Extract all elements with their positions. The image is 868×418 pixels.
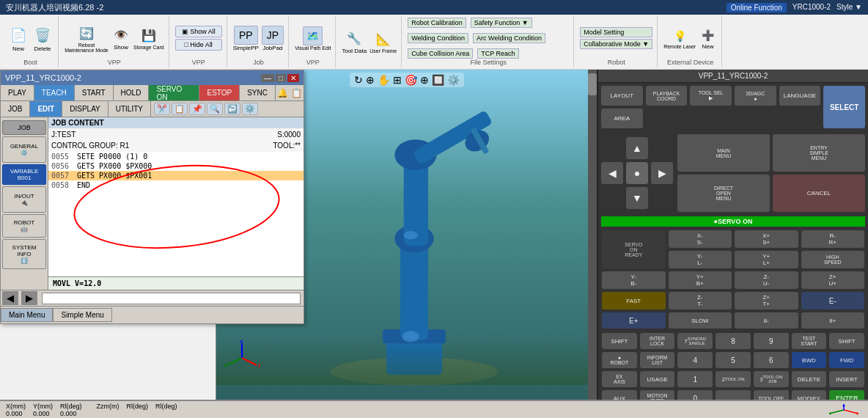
sidebar-robot-btn[interactable]: ROBOT🤖 — [2, 214, 46, 238]
inform-list-btn[interactable]: INFORMLIST — [639, 351, 676, 369]
interlock-btn[interactable]: INTERLOCK — [639, 332, 676, 350]
sidebar-general-btn[interactable]: GENERAL⚙️ — [2, 136, 46, 163]
vpp-close[interactable]: ✕ — [287, 74, 299, 82]
show-button[interactable]: 👁️ — [111, 26, 131, 44]
test-start-btn[interactable]: TESTSTART — [791, 332, 828, 350]
vp-icon-8[interactable]: ⚙️ — [447, 74, 460, 86]
reboot-button[interactable]: 🔄 — [76, 24, 97, 43]
fwd-btn[interactable]: FWD — [828, 351, 865, 369]
main-menu-tab[interactable]: Main Menu — [1, 308, 53, 322]
vpp-minimize[interactable]: — — [261, 74, 274, 82]
vpp-maximize[interactable]: □ — [276, 74, 286, 82]
nav-left[interactable]: ◀ — [2, 291, 18, 305]
delete-btn[interactable]: DELETE — [791, 370, 828, 388]
vp-icon-1[interactable]: ↻ — [354, 74, 363, 86]
z-t-plus-btn[interactable]: Z+T+ — [734, 291, 799, 310]
job-line-0057[interactable]: 0057 GETS PX000 $PX001 — [48, 171, 304, 180]
icon-btn-3[interactable]: 📌 — [189, 103, 205, 115]
tab-estop[interactable]: ESTOP — [199, 85, 240, 100]
tp-toolsel-btn[interactable]: TOOL SEL▶ — [689, 85, 732, 106]
tab-online-function[interactable]: Online Function — [727, 3, 787, 12]
dpad-center[interactable]: ● — [625, 161, 649, 185]
tp-layout-btn[interactable]: LAYOUT — [600, 85, 644, 106]
scrollbar-thumb[interactable] — [588, 73, 597, 95]
num4-btn[interactable]: 4 — [677, 351, 713, 369]
num8-btn[interactable]: 8 — [715, 332, 751, 350]
num3-btn[interactable]: 3TOOL ONJOB — [753, 370, 790, 388]
vp-icon-2[interactable]: ⊕ — [366, 74, 375, 86]
tp-language-btn[interactable]: LANGUAGE — [779, 85, 822, 106]
tab-sync[interactable]: SYNC — [240, 85, 276, 100]
z-plus-btn[interactable]: Z+U+ — [801, 271, 866, 290]
simple-menu-tab[interactable]: Simple Menu — [53, 308, 111, 322]
vp-icon-5[interactable]: 🎯 — [405, 74, 417, 86]
exaxis-btn[interactable]: EXAXIS — [601, 370, 638, 388]
icon-btn-5[interactable]: ↩️ — [224, 103, 240, 115]
num0-btn[interactable]: 0 — [677, 389, 713, 400]
sidebar-variable-btn[interactable]: VARIABLEB001 — [2, 164, 46, 185]
aux-btn[interactable]: AUX — [601, 389, 638, 400]
vp-icon-4[interactable]: ⊞ — [393, 74, 402, 86]
tab-job[interactable]: JOB — [1, 101, 30, 117]
sidebar-inout-btn[interactable]: IN/OUT🔌 — [2, 186, 46, 213]
tab-utility[interactable]: UTILITY — [108, 101, 151, 117]
y-b-plus-btn[interactable]: Y+B+ — [668, 271, 733, 290]
main-menu-btn[interactable]: MAINMENU — [677, 133, 770, 172]
entry-simple-menu-btn[interactable]: ENTRYSIMPLEMENU — [772, 133, 866, 172]
z-minus-btn[interactable]: Z-U- — [734, 271, 799, 290]
tp-playback-btn[interactable]: PLAYBACKCOORD — [645, 85, 688, 106]
dpad-left[interactable]: ◀ — [600, 161, 624, 185]
num6-btn[interactable]: 6 — [753, 351, 790, 369]
z-t-minus-btn[interactable]: Z-T- — [668, 291, 733, 310]
insert-btn[interactable]: INSERT — [828, 370, 865, 388]
highspeed-btn[interactable]: HIGHSPEED — [801, 250, 866, 269]
y-plus-btn[interactable]: Y+L+ — [734, 250, 799, 269]
motion-type-btn[interactable]: MOTIONTYPE — [639, 389, 676, 400]
dpad-down[interactable]: ▼ — [625, 186, 649, 210]
tab-teach[interactable]: TEACH — [34, 85, 75, 100]
icon-btn-2[interactable]: 📋 — [172, 103, 188, 115]
storage-button[interactable]: 💾 — [139, 26, 159, 45]
tab-start[interactable]: START — [75, 85, 114, 100]
delete-button[interactable]: 🗑️ — [32, 25, 54, 45]
job-line-0055[interactable]: 0055 SETE P0000 (1) 0 — [48, 152, 304, 161]
bwd-btn[interactable]: BWD — [791, 351, 828, 369]
new-external-button[interactable]: ➕ — [699, 27, 717, 43]
y-b-minus-btn[interactable]: Y-B- — [601, 271, 666, 290]
shift-right-btn[interactable]: SHIFT — [828, 332, 865, 350]
usage-btn[interactable]: USAGE — [639, 370, 676, 388]
tab-servo-on[interactable]: SERVO ON — [149, 85, 199, 100]
tab-edit[interactable]: EDIT — [30, 101, 62, 117]
dot-btn[interactable] — [715, 389, 751, 400]
vp-icon-7[interactable]: 🔲 — [432, 74, 444, 86]
fast-btn[interactable]: FAST — [601, 291, 666, 310]
icon-btn-6[interactable]: ⚙️ — [242, 103, 258, 115]
jobpad-button[interactable]: JP — [262, 26, 284, 45]
num5-btn[interactable]: 5 — [715, 351, 751, 369]
tab-play[interactable]: PLAY — [1, 85, 34, 100]
vp-icon-6[interactable]: ⊕ — [420, 74, 429, 86]
dpad-up[interactable]: ▲ — [625, 136, 649, 160]
remote-laser-button[interactable]: 💡 — [671, 28, 689, 44]
direct-open-menu-btn[interactable]: DIRECTOPENMENU — [677, 174, 770, 213]
tp-3dagc-btn[interactable]: 3D/AGC● — [734, 85, 777, 106]
y-minus-btn[interactable]: Y-L- — [668, 250, 733, 269]
tool-off-btn[interactable]: TOOL OFF — [753, 389, 790, 400]
job-line-0058[interactable]: 0058 END — [48, 180, 304, 190]
nav-right[interactable]: ▶ — [21, 291, 37, 305]
visual-path-button[interactable]: 🗺️ — [303, 26, 323, 45]
eight-plus-btn[interactable]: 8+ — [801, 312, 866, 329]
show-all-button[interactable]: ▣ Show All — [175, 26, 222, 37]
tab-display[interactable]: DISPLAY — [62, 101, 108, 117]
servo-ready-btn[interactable]: SERVOONREADY — [601, 230, 666, 269]
x-minus-btn[interactable]: X-S- — [668, 230, 733, 249]
sidebar-sysinfo-btn[interactable]: SYSTEM INFOℹ️ — [2, 239, 46, 269]
hide-all-button[interactable]: □ Hide All — [175, 39, 222, 51]
icon-btn-1[interactable]: ✂️ — [154, 103, 170, 115]
slow-btn[interactable]: SLOW — [668, 312, 733, 329]
select-btn[interactable]: SELECT — [823, 85, 866, 129]
job-line-0056[interactable]: 0056 GETS PX000 $PX000 — [48, 161, 304, 171]
num1-btn[interactable]: 1 — [677, 370, 713, 388]
tab-hold[interactable]: HOLD — [114, 85, 150, 100]
sidebar-job-btn[interactable]: JOB — [2, 120, 46, 135]
